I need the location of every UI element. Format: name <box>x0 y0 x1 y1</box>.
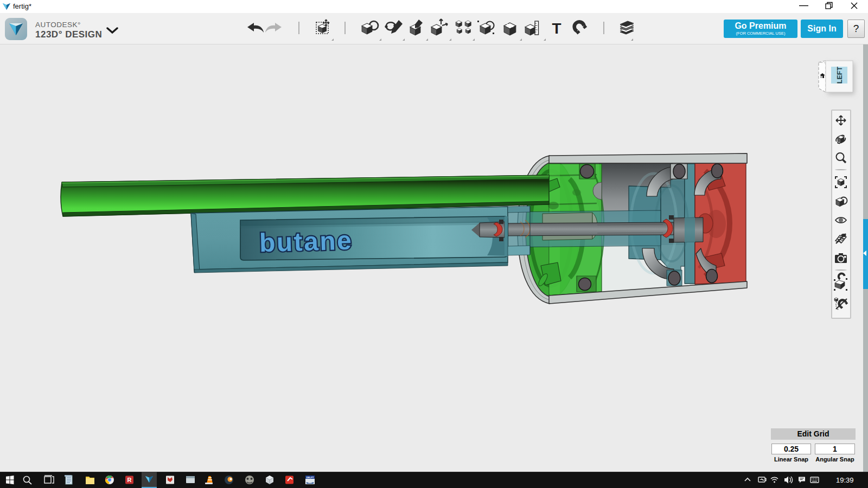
svg-text:T: T <box>552 20 561 37</box>
svg-text:R: R <box>127 477 132 483</box>
svg-text:LEFT: LEFT <box>836 67 844 84</box>
svg-text:butane: butane <box>259 226 353 257</box>
svg-text:DELFT: DELFT <box>307 476 314 479</box>
